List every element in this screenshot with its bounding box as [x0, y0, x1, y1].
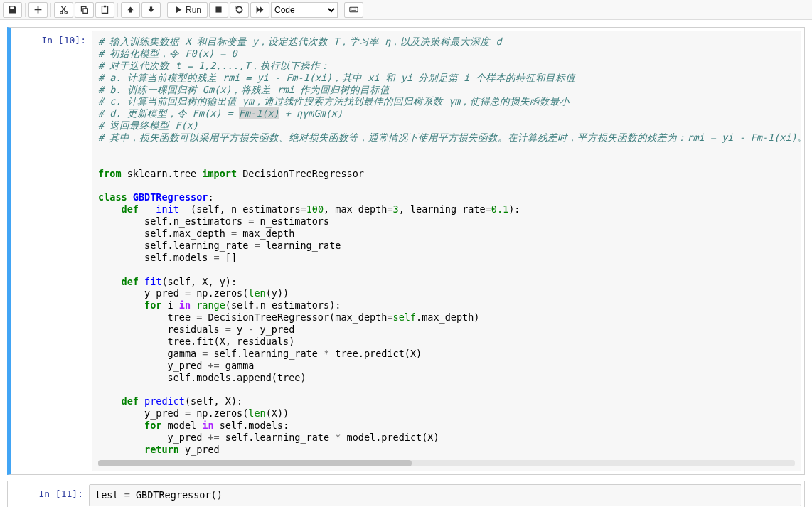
svg-rect-12 — [354, 9, 356, 9]
svg-rect-10 — [351, 9, 352, 9]
notebook-area: In [10]: # 输入训练集数据 X 和目标变量 y，设定迭代次数 T，学习… — [0, 20, 812, 507]
run-button[interactable]: Run — [167, 2, 208, 18]
separator — [117, 3, 118, 17]
run-label: Run — [186, 5, 201, 15]
cell-type-select[interactable]: Code — [271, 2, 338, 18]
svg-rect-5 — [104, 6, 106, 7]
cut-button[interactable] — [54, 2, 73, 18]
svg-rect-6 — [129, 10, 132, 13]
add-cell-button[interactable] — [28, 2, 48, 18]
code-content[interactable]: test = GBDTRegressor() — [95, 489, 795, 501]
scrollbar-thumb[interactable] — [98, 460, 412, 466]
separator — [164, 3, 164, 17]
svg-point-1 — [65, 11, 67, 14]
interrupt-button[interactable] — [209, 2, 228, 18]
paste-button[interactable] — [95, 2, 114, 18]
move-up-button[interactable] — [121, 2, 140, 18]
svg-rect-11 — [353, 9, 354, 9]
input-prompt: In [11]: — [11, 484, 89, 506]
code-input-area[interactable]: # 输入训练集数据 X 和目标变量 y，设定迭代次数 T，学习率 η，以及决策树… — [92, 31, 801, 471]
code-cell[interactable]: In [10]: # 输入训练集数据 X 和目标变量 y，设定迭代次数 T，学习… — [7, 27, 805, 475]
svg-rect-7 — [150, 6, 152, 9]
code-content[interactable]: # 输入训练集数据 X 和目标变量 y，设定迭代次数 T，学习率 η，以及决策树… — [98, 36, 795, 456]
move-down-button[interactable] — [141, 2, 161, 18]
input-prompt: In [10]: — [14, 31, 92, 471]
restart-run-all-button[interactable] — [250, 2, 269, 18]
horizontal-scrollbar[interactable] — [98, 460, 795, 466]
svg-rect-3 — [83, 9, 88, 14]
copy-button[interactable] — [75, 2, 94, 18]
command-palette-button[interactable] — [344, 2, 363, 18]
svg-rect-9 — [350, 7, 358, 12]
restart-button[interactable] — [230, 2, 249, 18]
code-input-area[interactable]: test = GBDTRegressor() — [89, 484, 801, 506]
svg-rect-8 — [215, 6, 221, 12]
svg-rect-13 — [351, 10, 356, 11]
toolbar: Run Code — [0, 0, 812, 20]
svg-point-0 — [60, 11, 63, 14]
code-cell[interactable]: In [11]: test = GBDTRegressor() — [7, 481, 805, 507]
separator — [25, 3, 26, 17]
separator — [341, 3, 341, 17]
separator — [50, 3, 51, 17]
save-button[interactable] — [3, 2, 22, 18]
